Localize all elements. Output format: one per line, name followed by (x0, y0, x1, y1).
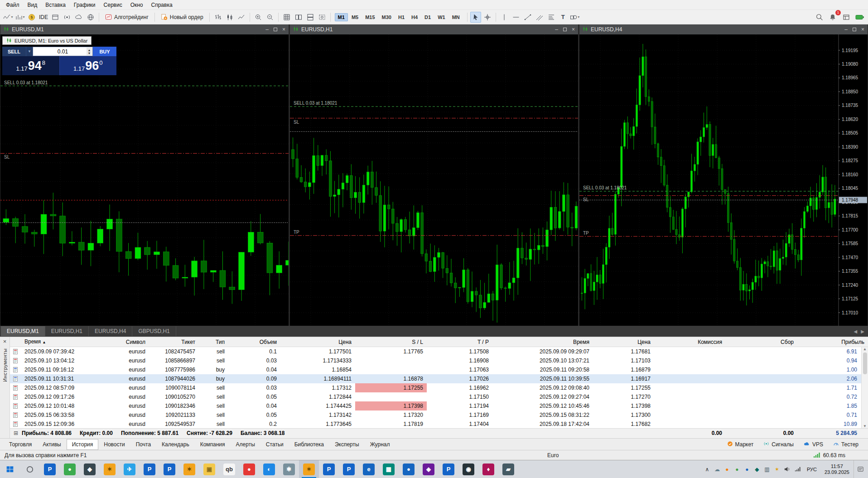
chart-shift-icon[interactable] (317, 12, 328, 23)
window-minimize-button[interactable]: – (844, 27, 848, 32)
history-column-header[interactable]: Тикет (149, 337, 199, 347)
taskbar-app-icon[interactable]: qb (219, 460, 239, 478)
history-column-header[interactable]: Символ (106, 337, 149, 347)
scrollbar-down-icon[interactable]: ▼ (863, 424, 867, 428)
network-icon[interactable] (793, 460, 803, 478)
chart-tab-EURUSD,H4[interactable]: EURUSD,H4 (89, 326, 132, 336)
sell-options-caret[interactable]: ▼ (26, 47, 33, 56)
taskbar-search-icon[interactable] (20, 460, 40, 478)
taskbar-app-icon[interactable]: ◆ (80, 460, 100, 478)
notifications-icon[interactable]: 1 (827, 12, 838, 23)
data-window-icon[interactable] (841, 12, 852, 23)
tray-icon[interactable]: ∧ (702, 460, 712, 478)
toolbox-tab-Библиотека[interactable]: Библиотека (289, 439, 329, 450)
taskbar-app-icon[interactable]: ▣ (199, 460, 219, 478)
timeframe-M1[interactable]: M1 (335, 13, 348, 21)
market-dollar-icon[interactable]: $ (26, 12, 37, 23)
toolbox-tab-Статьи[interactable]: Статьи (260, 439, 289, 450)
taskbar-app-icon[interactable]: ✶ (299, 460, 319, 478)
history-table-row[interactable]: 2025.09.11 09:16:12eurusd1087775986buy0.… (10, 365, 868, 374)
zoom-out-icon[interactable] (265, 12, 275, 23)
buy-price[interactable]: 1.17960 (59, 56, 117, 75)
window-close-button[interactable]: × (572, 27, 575, 32)
chart-canvas[interactable]: SELL 0.03 at 1.18021SLTP1.181851.181401.… (290, 34, 578, 326)
history-column-header[interactable]: Объем (228, 337, 280, 347)
taskbar-app-icon[interactable]: ◈ (419, 460, 439, 478)
chart-tab-GBPUSD,H1[interactable]: GBPUSD,H1 (132, 326, 176, 336)
taskbar-app-icon[interactable]: ▰ (498, 460, 518, 478)
chart-canvas[interactable]: SELL 0.03 at 1.18021SL1.180401.180301.18… (0, 34, 289, 326)
grid-icon[interactable] (281, 12, 292, 23)
chart-titlebar[interactable]: EURUSD,H1 – × (290, 24, 578, 34)
new-order-button[interactable]: Новый ордер (158, 12, 207, 23)
toolbox-tab-Календарь[interactable]: Календарь (156, 439, 195, 450)
toolbox-tab-Активы[interactable]: Активы (37, 439, 67, 450)
menu-item-2[interactable]: Вставка (41, 0, 70, 10)
scrollbar-thumb[interactable] (863, 352, 867, 374)
taskbar-app-icon[interactable]: ▦ (379, 460, 399, 478)
history-column-header[interactable]: T / P (427, 337, 492, 347)
history-column-header[interactable]: Цена (280, 337, 355, 347)
taskbar-app-icon[interactable]: ✱ (279, 460, 299, 478)
history-column-header[interactable]: Прибыль (797, 337, 868, 347)
history-table-row[interactable]: 2025.09.12 08:57:09eurusd1090078114sell0… (10, 383, 868, 392)
history-column-header[interactable]: Цена (593, 337, 654, 347)
tray-icon[interactable]: ● (732, 460, 742, 478)
buy-button[interactable]: BUY (93, 47, 116, 56)
menu-item-3[interactable]: Графики (70, 0, 100, 10)
chart-titlebar[interactable]: EURUSD,H4 – × (579, 24, 868, 34)
toolbox-tab-Эксперты[interactable]: Эксперты (329, 439, 365, 450)
taskbar-app-icon[interactable]: ● (399, 460, 419, 478)
history-table-row[interactable]: 2025.09.12 10:01:48eurusd1090182346sell0… (10, 401, 868, 410)
bar-chart-mode-icon[interactable] (212, 12, 223, 23)
history-table-row[interactable]: 2025.09.09 07:39:42eurusd1082475457sell0… (10, 347, 868, 356)
new-chart-caret[interactable]: ▾ (11, 15, 13, 19)
toolbox-tab-Почта[interactable]: Почта (130, 439, 156, 450)
timeframe-H4[interactable]: H4 (408, 13, 421, 21)
volume-up-icon[interactable]: ▲ (88, 48, 91, 52)
timeframe-M5[interactable]: M5 (348, 13, 362, 21)
menu-item-5[interactable]: Окно (126, 0, 147, 10)
toolbox-close-icon[interactable]: × (3, 338, 7, 345)
utility-signals[interactable]: Сигналы (758, 441, 799, 448)
tray-icon[interactable]: ▥ (762, 460, 772, 478)
window-restore-button[interactable] (853, 27, 856, 32)
taskbar-app-icon[interactable]: ✈ (120, 460, 140, 478)
profiles-caret[interactable]: ▾ (23, 15, 24, 19)
profiles-icon[interactable]: ▾ (14, 12, 25, 23)
history-scrollbar[interactable]: ▲ ▼ (861, 347, 868, 428)
action-center-icon[interactable] (854, 460, 867, 478)
cloud-icon[interactable] (73, 12, 84, 23)
timeframe-M30[interactable]: M30 (379, 13, 395, 21)
timeframe-M15[interactable]: M15 (362, 13, 378, 21)
channel-tool-icon[interactable] (534, 12, 545, 23)
taskbar-app-icon[interactable]: e (359, 460, 379, 478)
taskbar-app-icon[interactable]: ✶ (179, 460, 199, 478)
tile-horizontal-icon[interactable] (305, 12, 316, 23)
window-close-button[interactable]: × (282, 27, 285, 32)
line-chart-mode-icon[interactable] (236, 12, 247, 23)
window-minimize-button[interactable]: – (555, 27, 558, 32)
volume-down-icon[interactable]: ▼ (88, 52, 91, 55)
cursor-tool-icon[interactable] (470, 12, 481, 23)
scrollbar-up-icon[interactable]: ▲ (863, 347, 867, 351)
toolbox-tab-История[interactable]: История (67, 439, 99, 450)
chart-titlebar[interactable]: EURUSD,M1 – × (0, 24, 289, 34)
history-column-header[interactable]: Тип (199, 337, 228, 347)
taskbar-app-icon[interactable]: ● (239, 460, 259, 478)
horizontal-line-tool-icon[interactable] (511, 12, 521, 23)
timeframe-H1[interactable]: H1 (395, 13, 408, 21)
chart-canvas[interactable]: SELL 0.03 at 1.18021SLTP1.191951.190801.… (579, 34, 868, 326)
trendline-tool-icon[interactable] (522, 12, 533, 23)
tray-icon[interactable]: ☁ (712, 460, 722, 478)
taskbar-app-icon[interactable]: P (339, 460, 359, 478)
utility-tester[interactable]: Тестер (828, 441, 863, 448)
window-close-button[interactable]: × (861, 27, 864, 32)
tray-icon[interactable]: ✶ (772, 460, 782, 478)
tray-icon[interactable]: ◆ (752, 460, 762, 478)
taskbar-app-icon[interactable]: ◉ (458, 460, 478, 478)
volume-input[interactable]: 0.01 ▲▼ (33, 47, 93, 56)
taskbar-app-icon[interactable]: P (319, 460, 339, 478)
fibonacci-tool-icon[interactable] (546, 12, 557, 23)
history-table-row[interactable]: 2025.09.12 09:17:26eurusd1090105270sell0… (10, 392, 868, 401)
